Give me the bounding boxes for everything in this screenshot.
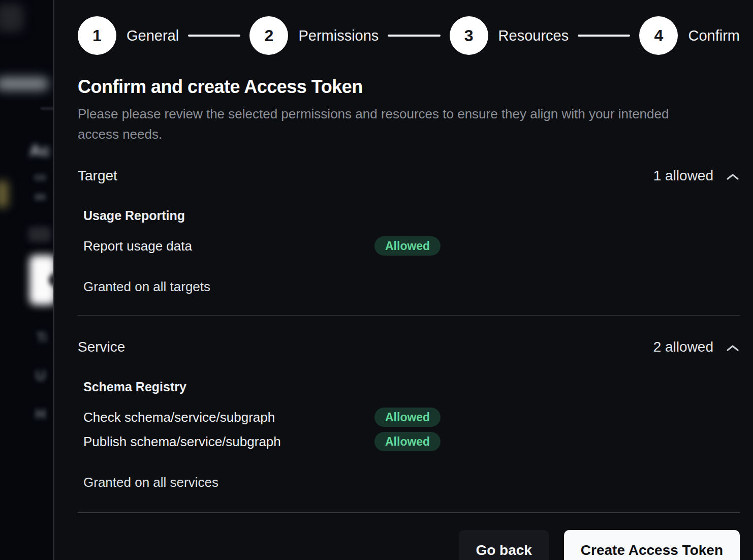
- chevron-up-icon: [726, 344, 740, 353]
- step-label: General: [127, 27, 179, 44]
- create-access-token-button[interactable]: Create Access Token: [564, 530, 740, 560]
- blurred-icon-tile: [28, 227, 51, 242]
- step-general[interactable]: 1 General: [78, 16, 179, 55]
- chevron-up-icon: [726, 172, 740, 181]
- wizard-stepper: 1 General 2 Permissions 3 Resources 4 Co…: [78, 16, 740, 55]
- blurred-yellow-tile: [0, 181, 8, 207]
- dialog-footer: Go back Create Access Token: [78, 530, 740, 560]
- permission-group: Usage Reporting Report usage data Allowe…: [83, 208, 740, 295]
- step-number-badge: 4: [639, 16, 678, 55]
- permission-group-title: Schema Registry: [83, 380, 740, 394]
- permission-label: Check schema/service/subgraph: [83, 410, 374, 425]
- blurred-text-fragment: U: [36, 368, 46, 384]
- permission-label: Publish schema/service/subgraph: [83, 434, 374, 450]
- blurred-logo-tile: [0, 4, 23, 32]
- section-service-header: Service 2 allowed: [78, 339, 740, 355]
- allowed-count: 2 allowed: [653, 339, 713, 355]
- stepper-connector: [188, 35, 240, 37]
- allowed-badge: Allowed: [374, 432, 441, 451]
- permission-group: Schema Registry Check schema/service/sub…: [83, 380, 740, 490]
- page-title: Confirm and create Access Token: [78, 76, 740, 98]
- section-target: Target 1 allowed Usage Reporting Report …: [78, 168, 740, 316]
- allowed-count: 1 allowed: [653, 168, 713, 184]
- blurred-text-fragment: H: [36, 407, 46, 422]
- section-target-collapse-toggle[interactable]: 1 allowed: [653, 168, 740, 184]
- blurred-text-fragment: Ti: [37, 330, 47, 345]
- step-confirm[interactable]: 4 Confirm: [639, 16, 740, 55]
- permission-row: Report usage data Allowed: [83, 236, 740, 256]
- blurred-heading-fragment: Ac: [29, 141, 50, 160]
- permission-group-title: Usage Reporting: [83, 208, 740, 223]
- step-label: Confirm: [688, 27, 740, 44]
- permission-row: Publish schema/service/subgraph Allowed: [83, 432, 740, 451]
- step-label: Permissions: [298, 27, 379, 44]
- section-service: Service 2 allowed Schema Registry Check …: [78, 339, 740, 513]
- page-subtitle: Please please review the selected permis…: [78, 104, 708, 144]
- step-number-badge: 3: [450, 16, 488, 55]
- step-permissions[interactable]: 2 Permissions: [249, 16, 379, 55]
- permission-label: Report usage data: [83, 238, 374, 254]
- screen: Ac co as Ti U H 1 General 2 Permissions …: [0, 0, 753, 560]
- blurred-nav-label: [0, 77, 49, 90]
- blurred-text-fragment: co: [35, 171, 46, 183]
- step-number-badge: 2: [249, 16, 288, 55]
- footer-divider: [78, 511, 740, 513]
- section-target-header: Target 1 allowed: [78, 168, 740, 184]
- section-title: Target: [78, 168, 117, 184]
- section-service-collapse-toggle[interactable]: 2 allowed: [653, 339, 740, 355]
- granted-note: Granted on all services: [83, 475, 740, 490]
- blurred-background-sidebar: Ac co as Ti U H: [0, 0, 54, 560]
- step-number-badge: 1: [78, 16, 116, 55]
- go-back-button[interactable]: Go back: [459, 530, 548, 560]
- allowed-badge: Allowed: [374, 236, 441, 256]
- step-label: Resources: [498, 27, 569, 44]
- step-resources[interactable]: 3 Resources: [450, 16, 569, 55]
- granted-note: Granted on all targets: [83, 279, 740, 295]
- section-divider: [78, 314, 740, 316]
- create-access-token-dialog: 1 General 2 Permissions 3 Resources 4 Co…: [53, 0, 753, 560]
- blurred-text-fragment: as: [35, 190, 46, 202]
- blurred-divider: [41, 108, 54, 109]
- allowed-badge: Allowed: [374, 408, 441, 427]
- stepper-connector: [578, 35, 630, 37]
- permission-row: Check schema/service/subgraph Allowed: [83, 408, 740, 427]
- section-title: Service: [78, 339, 125, 355]
- stepper-connector: [388, 35, 440, 37]
